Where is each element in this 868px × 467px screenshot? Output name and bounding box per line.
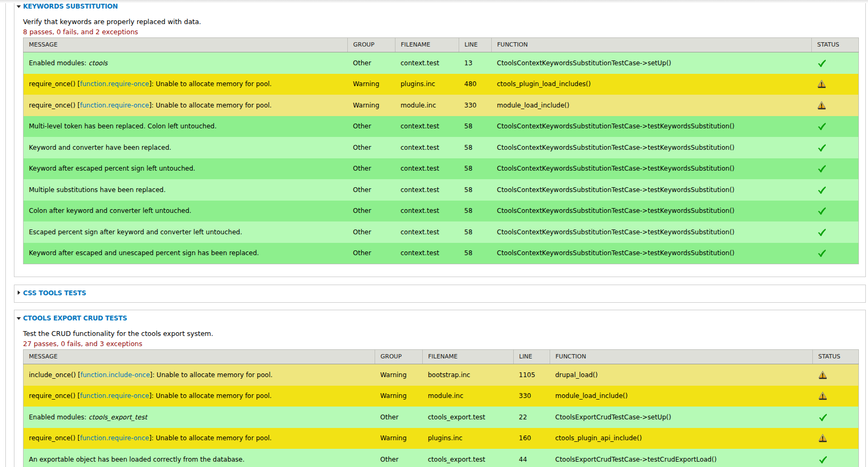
expand-arrow-icon[interactable] — [18, 290, 20, 295]
results-table: MESSAGEGROUPFILENAMELINEFUNCTIONSTATUSEn… — [23, 37, 859, 264]
line-cell: 44 — [514, 449, 550, 467]
function-cell: ctools_plugin_load_includes() — [492, 74, 812, 95]
message-text: Keyword after escaped percent sign left … — [29, 165, 195, 172]
line-cell: 58 — [459, 221, 492, 243]
line-cell: 58 — [459, 116, 492, 137]
status-pass-icon — [817, 186, 826, 194]
status-cell — [812, 158, 859, 180]
filename-cell: plugins.inc — [423, 428, 514, 449]
collapse-arrow-icon[interactable] — [17, 317, 21, 320]
status-cell — [812, 74, 859, 95]
collapse-arrow-icon[interactable] — [17, 5, 21, 8]
line-cell: 480 — [459, 74, 492, 95]
test-results: KEYWORDS SUBSTITUTION Verify that keywor… — [14, 0, 866, 467]
message-cell: Enabled modules: ctools — [24, 52, 348, 74]
message-text: require_once() [ — [29, 102, 80, 109]
result-row: require_once() [function.require-once]: … — [24, 386, 859, 407]
message-text: Enabled modules: — [29, 59, 88, 67]
php-doc-link[interactable]: function.require-once — [80, 434, 149, 442]
php-doc-link[interactable]: function.require-once — [80, 102, 149, 109]
message-text: Colon after keyword and converter left u… — [29, 207, 192, 215]
filename-cell: context.test — [395, 158, 459, 180]
column-header-group: GROUP — [375, 350, 423, 364]
filename-cell: context.test — [395, 179, 459, 201]
status-pass-icon — [817, 164, 826, 173]
message-cell: Keyword after escaped and unescaped perc… — [24, 243, 348, 264]
result-row: An exportable object has been loaded cor… — [24, 449, 859, 467]
test-summary: 27 passes, 0 fails, and 3 exceptions — [23, 340, 858, 348]
message-cell: Multi-level token has been replaced. Col… — [24, 116, 348, 137]
line-cell: 160 — [514, 428, 550, 449]
function-cell: CtoolsContextKeywordsSubstitutionTestCas… — [492, 116, 812, 137]
group-cell: Warning — [375, 428, 423, 449]
column-header-message: MESSAGE — [24, 350, 375, 364]
result-row: Keyword after escaped and unescaped perc… — [24, 243, 859, 264]
message-cell: Colon after keyword and converter left u… — [24, 201, 348, 222]
column-header-status: STATUS — [813, 350, 859, 364]
message-cell: require_once() [function.require-once]: … — [24, 74, 348, 95]
result-row: Multi-level token has been replaced. Col… — [24, 116, 859, 137]
fieldset-title-link[interactable]: CSS TOOLS TESTS — [23, 289, 86, 297]
module-name: ctools — [88, 59, 108, 67]
fieldset-title-link[interactable]: KEYWORDS SUBSTITUTION — [23, 3, 118, 10]
column-header-line: LINE — [514, 350, 550, 364]
line-cell: 58 — [459, 201, 492, 222]
line-cell: 58 — [459, 137, 492, 158]
status-cell — [812, 116, 859, 137]
column-header-filename: FILENAME — [423, 350, 514, 364]
function-cell: CtoolsExportCrudTestCase->testCrudExport… — [550, 449, 813, 467]
function-cell: module_load_include() — [550, 386, 813, 407]
status-cell — [812, 52, 859, 74]
php-doc-link[interactable]: function.require-once — [80, 80, 149, 88]
line-cell: 13 — [459, 52, 492, 74]
fieldset-title-link[interactable]: CTOOLS EXPORT CRUD TESTS — [23, 315, 127, 322]
fieldset-keywords-substitution: KEYWORDS SUBSTITUTION Verify that keywor… — [14, 0, 866, 277]
group-cell: Warning — [348, 95, 395, 116]
group-cell: Other — [348, 137, 395, 158]
filename-cell: context.test — [395, 243, 459, 264]
message-cell: include_once() [function.include-once]: … — [24, 364, 375, 386]
function-cell: CtoolsExportCrudTestCase->setUp() — [550, 407, 813, 428]
group-cell: Warning — [375, 364, 423, 386]
filename-cell: context.test — [395, 52, 459, 74]
status-cell — [813, 428, 859, 449]
group-cell: Warning — [375, 386, 423, 407]
group-cell: Other — [348, 221, 395, 243]
php-doc-link[interactable]: function.include-once — [80, 371, 150, 379]
function-cell: ctools_plugin_api_include() — [550, 428, 813, 449]
group-cell: Other — [348, 201, 395, 222]
message-cell: require_once() [function.require-once]: … — [24, 428, 375, 449]
result-row: Keyword after escaped percent sign left … — [24, 158, 859, 180]
function-cell: CtoolsContextKeywordsSubstitutionTestCas… — [492, 221, 812, 243]
column-header-line: LINE — [459, 38, 492, 52]
result-row: require_once() [function.require-once]: … — [24, 428, 859, 449]
status-cell — [813, 449, 859, 467]
message-text: ]: Unable to allocate memory for pool. — [149, 392, 271, 400]
message-text: Keyword after escaped and unescaped perc… — [29, 249, 259, 257]
php-doc-link[interactable]: function.require-once — [80, 392, 149, 400]
message-cell: Keyword and converter have been replaced… — [24, 137, 348, 158]
status-pass-icon — [817, 249, 826, 257]
fieldset-css-tools-tests: CSS TOOLS TESTS — [14, 285, 866, 303]
group-cell: Other — [348, 243, 395, 264]
message-cell: An exportable object has been loaded cor… — [24, 449, 375, 467]
filename-cell: ctools_export.test — [423, 449, 514, 467]
message-cell: Keyword after escaped percent sign left … — [24, 158, 348, 180]
status-warning-icon — [817, 101, 826, 110]
status-warning-icon — [818, 392, 827, 400]
status-warning-icon — [817, 80, 826, 88]
message-text: Multi-level token has been replaced. Col… — [29, 123, 217, 130]
message-text: Enabled modules: — [29, 414, 88, 421]
message-text: ]: Unable to allocate memory for pool. — [149, 102, 271, 109]
function-cell: CtoolsContextKeywordsSubstitutionTestCas… — [492, 243, 812, 264]
message-text: require_once() [ — [29, 434, 80, 442]
line-cell: 330 — [514, 386, 550, 407]
status-cell — [813, 407, 859, 428]
filename-cell: context.test — [395, 137, 459, 158]
status-pass-icon — [817, 206, 826, 215]
status-pass-icon — [817, 122, 826, 131]
filename-cell: ctools_export.test — [423, 407, 514, 428]
group-cell: Other — [375, 407, 423, 428]
group-cell: Other — [348, 179, 395, 201]
filename-cell: context.test — [395, 116, 459, 137]
